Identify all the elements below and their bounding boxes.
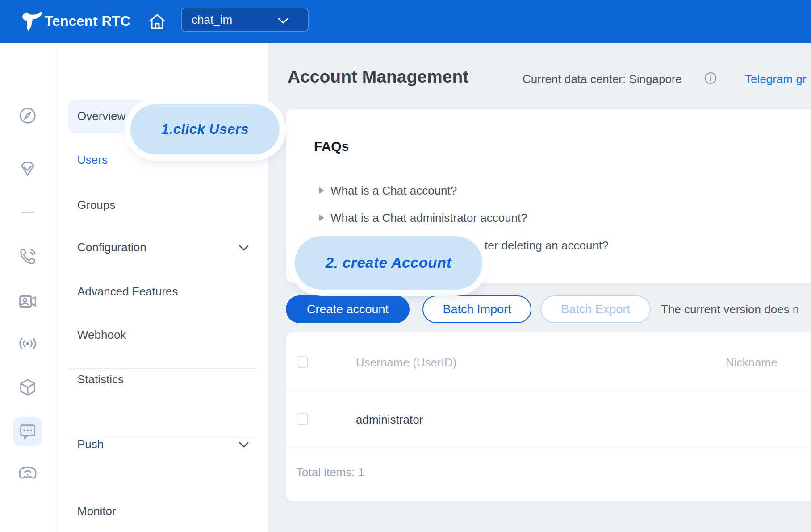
data-center-label: Current data center: Singapore (523, 72, 682, 86)
batch-export-button[interactable]: Batch Export (540, 295, 651, 323)
chevron-down-icon[interactable] (239, 442, 249, 448)
column-header-username: Username (UserID) (356, 356, 456, 370)
app-selector-value: chat_im (192, 13, 232, 27)
batch-import-button[interactable]: Batch Import (422, 295, 531, 323)
annotation-step1-text: 1.click Users (161, 121, 249, 137)
row-checkbox[interactable] (297, 413, 308, 425)
telegram-group-link[interactable]: Telegram gr (745, 72, 806, 86)
rail-divider (21, 212, 34, 213)
chevron-down-icon (277, 17, 289, 25)
chevron-down-icon[interactable] (239, 245, 249, 251)
faq-expand-arrow-icon[interactable] (319, 187, 324, 194)
sidebar-item-users[interactable]: Users (77, 153, 108, 167)
annotation-step2-bubble: 2. create Account (295, 236, 482, 290)
faq-title: FAQs (314, 139, 349, 154)
engine-cube-icon[interactable] (17, 377, 38, 398)
annotation-step2-text: 2. create Account (326, 254, 451, 271)
sidebar-item-advanced-features[interactable]: Advanced Features (77, 285, 178, 299)
video-call-icon[interactable] (17, 291, 38, 312)
chat-icon[interactable] (17, 421, 38, 442)
table-divider (286, 391, 811, 391)
home-icon[interactable] (147, 12, 167, 31)
sidebar-item-monitor[interactable]: Monitor (77, 504, 116, 518)
column-header-nickname: Nickname (726, 356, 778, 370)
select-all-checkbox[interactable] (297, 356, 308, 368)
app-selector-dropdown[interactable]: chat_im (181, 8, 309, 32)
total-items-label: Total items: 1 (296, 466, 364, 479)
quality-gem-icon[interactable] (17, 158, 38, 179)
faq-item-2[interactable]: What is a Chat administrator account? (330, 211, 527, 225)
sidebar-item-webhook[interactable]: Webhook (77, 328, 126, 342)
icon-rail (0, 43, 57, 532)
annotation-step1-bubble: 1.click Users (130, 104, 280, 154)
brand-title: Tencent RTC (45, 0, 130, 43)
faq-item-1[interactable]: What is a Chat account? (330, 184, 457, 198)
game-icon[interactable] (17, 462, 38, 483)
sidebar-divider (68, 368, 257, 369)
accounts-table-card: Username (UserID) Nickname administrator… (286, 332, 811, 501)
call-icon[interactable] (17, 246, 38, 267)
live-broadcast-icon[interactable] (17, 333, 38, 354)
sidebar-item-statistics[interactable]: Statistics (77, 373, 124, 387)
table-divider (286, 448, 811, 448)
sidebar-item-overview[interactable]: Overview (77, 109, 125, 123)
sidebar-item-push[interactable]: Push (77, 437, 104, 451)
faq-expand-arrow-icon[interactable] (319, 215, 324, 221)
sidebar-item-configuration[interactable]: Configuration (77, 241, 146, 254)
compass-icon[interactable] (17, 105, 38, 126)
top-bar: Tencent RTC chat_im (0, 0, 811, 43)
version-note: The current version does n (661, 303, 799, 316)
faq-item-3-partial[interactable]: ter deleting an account? (485, 239, 609, 253)
tencent-rtc-logo-icon (20, 10, 43, 33)
cell-username: administrator (356, 413, 423, 427)
sidebar-item-groups[interactable]: Groups (77, 198, 115, 212)
info-icon[interactable] (704, 71, 717, 85)
page-title: Account Management (288, 67, 468, 87)
create-account-button[interactable]: Create account (286, 295, 410, 323)
